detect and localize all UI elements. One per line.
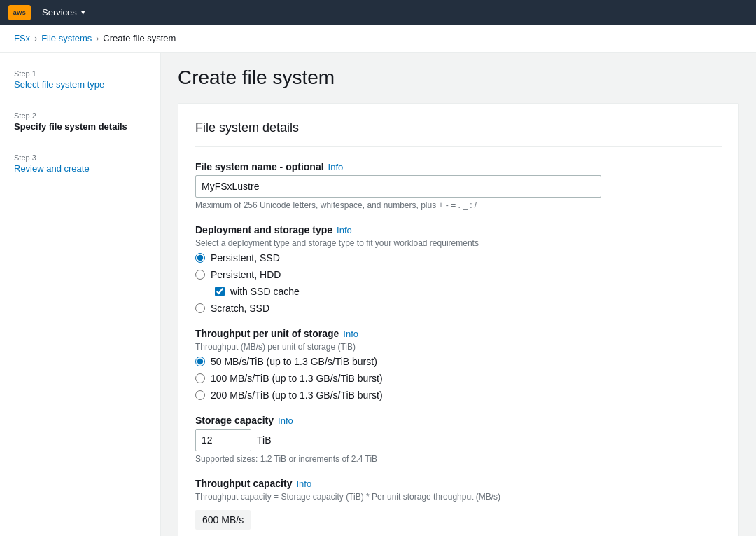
main-layout: Step 1 Select file system type Step 2 Sp… [0, 53, 756, 536]
deployment-storage-radio-group: Persistent, SSD Persistent, HDD with SSD… [195, 252, 722, 314]
file-system-name-hint: Maximum of 256 Unicode letters, whitespa… [195, 200, 722, 210]
radio-50mbs[interactable]: 50 MB/s/TiB (up to 1.3 GB/s/TiB burst) [195, 356, 722, 367]
throughput-per-unit-group: Throughput per unit of storage Info Thro… [195, 328, 722, 401]
step-1-label: Step 1 [14, 69, 146, 78]
ssd-cache-label: with SSD cache [230, 286, 300, 297]
file-system-name-group: File system name - optional Info Maximum… [195, 161, 722, 210]
radio-100mbs[interactable]: 100 MB/s/TiB (up to 1.3 GB/s/TiB burst) [195, 373, 722, 384]
storage-capacity-input[interactable] [195, 429, 251, 451]
throughput-per-unit-hint: Throughput (MB/s) per unit of storage (T… [195, 342, 722, 352]
sidebar-step-3: Step 3 Review and create [14, 153, 146, 174]
deployment-storage-hint: Select a deployment type and storage typ… [195, 238, 722, 248]
deployment-storage-label: Deployment and storage type Info [195, 224, 722, 235]
file-system-name-input[interactable] [195, 175, 601, 198]
services-button[interactable]: Services ▼ [42, 7, 87, 18]
section-title: File system details [195, 121, 722, 147]
aws-logo-box: aws [8, 5, 31, 20]
throughput-per-unit-radio-group: 50 MB/s/TiB (up to 1.3 GB/s/TiB burst) 1… [195, 356, 722, 401]
radio-50mbs-input[interactable] [195, 357, 205, 366]
breadcrumb-sep-2: › [96, 34, 99, 43]
sidebar-divider-2 [14, 146, 146, 146]
file-system-name-label: File system name - optional Info [195, 161, 722, 172]
breadcrumb-filesystems[interactable]: File systems [41, 33, 92, 43]
throughput-per-unit-label: Throughput per unit of storage Info [195, 328, 722, 339]
top-nav: aws Services ▼ [0, 0, 756, 25]
sidebar: Step 1 Select file system type Step 2 Sp… [0, 53, 161, 536]
main-content: Create file system File system details F… [161, 53, 756, 536]
radio-persistent-ssd-label: Persistent, SSD [211, 252, 280, 263]
sidebar-step-2: Step 2 Specify file system details [14, 111, 146, 132]
sidebar-step-1: Step 1 Select file system type [14, 69, 146, 90]
radio-scratch-ssd[interactable]: Scratch, SSD [195, 303, 722, 314]
radio-persistent-ssd-input[interactable] [195, 253, 205, 263]
storage-capacity-group: Storage capacity Info TiB Supported size… [195, 415, 722, 464]
radio-scratch-ssd-label: Scratch, SSD [211, 303, 270, 314]
storage-capacity-label: Storage capacity Info [195, 415, 722, 426]
breadcrumb-fsx[interactable]: FSx [14, 33, 30, 43]
storage-capacity-info[interactable]: Info [278, 415, 293, 426]
radio-persistent-hdd-label: Persistent, HDD [211, 269, 281, 280]
step-3-title[interactable]: Review and create [14, 163, 146, 174]
ssd-cache-checkbox[interactable] [215, 287, 225, 296]
deployment-storage-info[interactable]: Info [337, 225, 352, 235]
step-2-label: Step 2 [14, 111, 146, 120]
ssd-cache-checkbox-option[interactable]: with SSD cache [215, 286, 722, 297]
radio-200mbs-label: 200 MB/s/TiB (up to 1.3 GB/s/TiB burst) [211, 390, 383, 401]
radio-200mbs-input[interactable] [195, 390, 205, 400]
throughput-capacity-info[interactable]: Info [296, 479, 312, 489]
radio-scratch-ssd-input[interactable] [195, 303, 205, 313]
throughput-capacity-value: 600 MB/s [195, 510, 251, 530]
aws-logo[interactable]: aws [8, 5, 31, 20]
storage-capacity-hint: Supported sizes: 1.2 TiB or increments o… [195, 454, 722, 464]
throughput-capacity-formula: Throughput capacity = Storage capacity (… [195, 492, 722, 502]
sidebar-divider-1 [14, 104, 146, 104]
radio-100mbs-label: 100 MB/s/TiB (up to 1.3 GB/s/TiB burst) [211, 373, 383, 384]
step-2-title[interactable]: Specify file system details [14, 121, 146, 132]
breadcrumb: FSx › File systems › Create file system [0, 25, 756, 53]
throughput-per-unit-info[interactable]: Info [343, 329, 358, 339]
storage-capacity-unit: TiB [257, 434, 271, 446]
radio-100mbs-input[interactable] [195, 373, 205, 383]
throughput-capacity-label: Throughput capacity Info [195, 478, 722, 489]
radio-persistent-hdd[interactable]: Persistent, HDD [195, 269, 722, 280]
breadcrumb-current: Create file system [103, 33, 176, 43]
radio-50mbs-label: 50 MB/s/TiB (up to 1.3 GB/s/TiB burst) [211, 356, 377, 367]
step-3-label: Step 3 [14, 153, 146, 162]
radio-persistent-ssd[interactable]: Persistent, SSD [195, 252, 722, 263]
step-1-title[interactable]: Select file system type [14, 79, 146, 90]
radio-200mbs[interactable]: 200 MB/s/TiB (up to 1.3 GB/s/TiB burst) [195, 390, 722, 401]
deployment-storage-group: Deployment and storage type Info Select … [195, 224, 722, 314]
breadcrumb-sep-1: › [34, 34, 37, 43]
file-system-name-info[interactable]: Info [328, 162, 344, 172]
capacity-row: TiB [195, 429, 722, 451]
radio-persistent-hdd-input[interactable] [195, 270, 205, 280]
services-caret-icon: ▼ [80, 8, 87, 16]
page-title: Create file system [178, 67, 739, 89]
form-card: File system details File system name - o… [178, 103, 739, 536]
throughput-capacity-group: Throughput capacity Info Throughput capa… [195, 478, 722, 530]
